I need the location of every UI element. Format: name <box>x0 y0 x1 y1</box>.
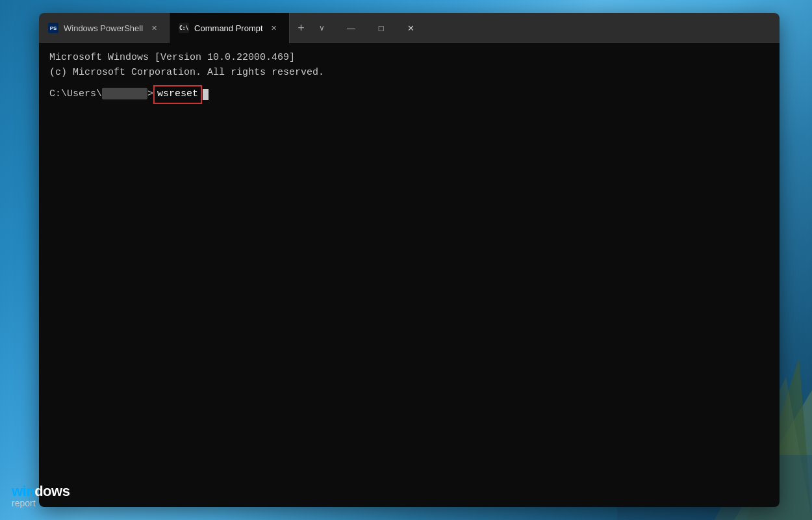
watermark-logo: windows <box>12 484 70 499</box>
minimize-icon: — <box>347 23 355 33</box>
watermark: windows report <box>12 484 70 508</box>
tab-cmd-close[interactable]: ✕ <box>268 22 280 34</box>
close-button[interactable]: ✕ <box>396 13 426 43</box>
command-prompt-line: C:\Users\ > wsreset <box>49 85 769 104</box>
close-icon: ✕ <box>407 23 414 33</box>
tab-cmd[interactable]: C:\ Command Prompt ✕ <box>170 13 289 43</box>
cmd-icon: C:\ <box>179 23 189 33</box>
powershell-icon: PS <box>48 23 58 33</box>
maximize-icon: □ <box>379 23 384 33</box>
new-tab-button[interactable]: + <box>290 13 313 43</box>
prompt-arrow: > <box>147 87 153 102</box>
version-line: Microsoft Windows [Version 10.0.22000.46… <box>49 51 769 66</box>
tab-powershell[interactable]: PS Windows PowerShell ✕ <box>39 13 170 43</box>
cursor <box>203 89 209 100</box>
tab-cmd-label: Command Prompt <box>194 23 262 33</box>
copyright-line: (c) Microsoft Corporation. All rights re… <box>49 66 769 81</box>
tab-powershell-label: Windows PowerShell <box>64 23 143 33</box>
report-text: report <box>12 498 36 508</box>
maximize-button[interactable]: □ <box>366 13 396 43</box>
dows-text: dows <box>34 483 70 499</box>
command-text[interactable]: wsreset <box>153 85 202 104</box>
minimize-button[interactable]: — <box>336 13 366 43</box>
tab-dropdown-button[interactable]: ∨ <box>313 13 331 43</box>
username-redacted <box>102 88 147 99</box>
terminal-content: Microsoft Windows [Version 10.0.22000.46… <box>39 43 780 507</box>
tab-powershell-close[interactable]: ✕ <box>148 22 160 34</box>
terminal-window: PS Windows PowerShell ✕ C:\ Command Prom… <box>39 13 780 507</box>
title-bar: PS Windows PowerShell ✕ C:\ Command Prom… <box>39 13 780 43</box>
prompt-path: C:\Users\ <box>49 87 102 102</box>
win-text: win <box>12 483 34 499</box>
window-controls: — □ ✕ <box>336 13 426 43</box>
